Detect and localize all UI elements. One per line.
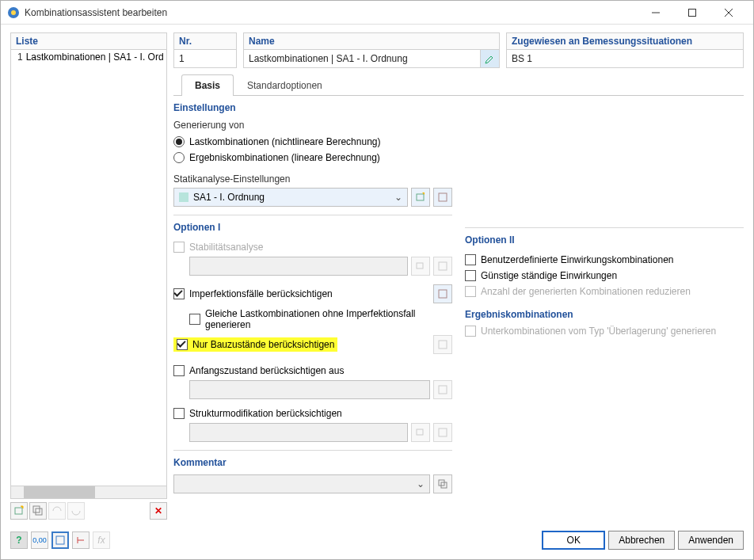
comment-detail-button[interactable] xyxy=(433,474,452,493)
bs-field-group: Zugewiesen an Bemessungssituationen BS 1 xyxy=(506,32,744,68)
subcombo-check: Unterkombinationen vom Typ 'Überlagerung… xyxy=(465,323,744,339)
list-box[interactable]: 1 Lastkombinationen | SA1 - I. Ord xyxy=(10,49,167,486)
svg-rect-17 xyxy=(439,429,447,436)
stability-edit-button xyxy=(433,257,452,276)
radio-icon xyxy=(173,136,185,147)
settings-title: Einstellungen xyxy=(173,102,452,113)
check-label: Anzahl der generierten Kombinationen red… xyxy=(481,286,691,297)
new-item-button[interactable] xyxy=(10,502,28,520)
stability-check: Stabilitätsanalyse xyxy=(173,239,452,255)
bauzustande-row: Nur Bauzustände berücksichtigen xyxy=(173,333,452,356)
svg-rect-10 xyxy=(439,193,447,201)
svg-rect-16 xyxy=(417,429,423,435)
radio-ergebniskombination[interactable]: Ergebniskombinationen (lineare Berechnun… xyxy=(173,150,452,166)
cancel-button[interactable]: Abbrechen xyxy=(608,531,675,550)
apply-button[interactable]: Anwenden xyxy=(678,531,744,550)
content-row: Einstellungen Generierung von Lastkombin… xyxy=(173,102,744,520)
ok-button[interactable]: OK xyxy=(542,531,605,550)
checkbox-icon[interactable] xyxy=(177,339,188,350)
help-button[interactable]: ? xyxy=(10,531,28,549)
name-field-group: Name Lastkombinationen | SA1 - I. Ordnun… xyxy=(243,32,500,68)
function-button[interactable]: fx xyxy=(93,531,110,549)
tab-strip: Basis Standardoptionen xyxy=(173,74,744,96)
delete-button[interactable]: ✕ xyxy=(150,502,167,520)
tab-basis[interactable]: Basis xyxy=(181,74,234,96)
combo-value: SA1 - I. Ordnung xyxy=(193,192,265,203)
scrollbar-thumb[interactable] xyxy=(24,486,95,498)
structmod-check[interactable]: Strukturmodifikation berücksichtigen xyxy=(173,406,452,421)
window-title: Kombinationsassistent bearbeiten xyxy=(25,7,638,18)
comment-combo[interactable]: ⌄ xyxy=(173,474,430,493)
bs-input[interactable]: BS 1 xyxy=(507,50,743,67)
check-label: Günstige ständige Einwirkungen xyxy=(481,270,617,281)
name-label: Name xyxy=(243,32,500,49)
bauzustande-edit-button[interactable] xyxy=(433,335,452,354)
close-button[interactable] xyxy=(710,1,747,25)
initial-check[interactable]: Anfangszustand berücksichtigen aus xyxy=(173,363,452,379)
maximize-button[interactable] xyxy=(674,1,710,25)
static-label: Statikanalyse-Einstellungen xyxy=(173,173,452,185)
units-button[interactable]: 0,00 xyxy=(31,531,48,549)
options1-group: Optionen I Stabilitätsanalyse xyxy=(173,222,452,442)
tree-button[interactable] xyxy=(72,531,89,549)
include-button[interactable] xyxy=(48,502,66,520)
bauzustande-highlight: Nur Bauzustände berücksichtigen xyxy=(173,337,337,352)
check-label: Strukturmodifikation berücksichtigen xyxy=(189,408,342,419)
same-combo-check[interactable]: Gleiche Lastkombinationen ohne Imperfekt… xyxy=(189,306,452,333)
comment-group: Kommentar ⌄ xyxy=(173,457,452,493)
left-column: Einstellungen Generierung von Lastkombin… xyxy=(173,102,452,520)
right-panel: Nr. 1 Name Lastkombinationen | SA1 - I. … xyxy=(173,32,744,520)
radio-lastkombination[interactable]: Lastkombinationen (nichtlineare Berechnu… xyxy=(173,134,452,150)
chevron-down-icon: ⌄ xyxy=(394,192,402,203)
radio-label: Lastkombinationen (nichtlineare Berechnu… xyxy=(189,136,380,147)
chevron-down-icon: ⌄ xyxy=(417,478,425,490)
svg-rect-11 xyxy=(417,263,423,269)
list-item-label: Lastkombinationen | SA1 - I. Ord xyxy=(26,51,164,63)
name-edit-button[interactable] xyxy=(480,50,499,67)
name-input[interactable]: Lastkombinationen | SA1 - I. Ordnung xyxy=(244,50,480,67)
static-combo-row: SA1 - I. Ordnung ⌄ xyxy=(173,188,452,207)
edit-icon xyxy=(485,53,496,64)
nr-input[interactable]: 1 xyxy=(174,50,236,67)
check-label: Gleiche Lastkombinationen ohne Imperfekt… xyxy=(205,308,452,330)
copy-item-button[interactable] xyxy=(29,502,47,520)
check-label: Unterkombinationen vom Typ 'Überlagerung… xyxy=(481,326,716,337)
check-label: Imperfektionsfälle berücksichtigen xyxy=(189,288,333,299)
view-button[interactable] xyxy=(51,531,69,549)
initial-edit-button xyxy=(433,380,452,399)
imperfection-edit-button[interactable] xyxy=(433,284,452,303)
structmod-combo xyxy=(189,423,408,442)
checkbox-icon xyxy=(465,270,476,281)
tab-standard[interactable]: Standardoptionen xyxy=(234,74,336,96)
comment-title: Kommentar xyxy=(173,457,452,468)
list-header: Liste xyxy=(10,32,167,49)
check-label: Anfangszustand berücksichtigen aus xyxy=(189,365,344,376)
structmod-combo-row xyxy=(189,423,452,442)
static-new-button[interactable] xyxy=(411,188,430,207)
svg-point-1 xyxy=(11,10,16,15)
options1-title: Optionen I xyxy=(173,222,452,233)
right-column: Optionen II Benutzerdefinierte Einwirkun… xyxy=(465,102,744,520)
radio-icon xyxy=(173,152,185,163)
horizontal-scrollbar[interactable] xyxy=(10,486,167,499)
checkbox-icon xyxy=(465,326,476,337)
static-analysis-combo[interactable]: SA1 - I. Ordnung ⌄ xyxy=(173,188,408,207)
favorable-check[interactable]: Günstige ständige Einwirkungen xyxy=(465,268,744,284)
result-title: Ergebniskombinationen xyxy=(465,309,744,320)
exclude-button[interactable] xyxy=(67,502,85,520)
comment-combo-row: ⌄ xyxy=(173,474,452,493)
list-item[interactable]: 1 Lastkombinationen | SA1 - I. Ord xyxy=(11,50,166,64)
titlebar: Kombinationsassistent bearbeiten xyxy=(1,1,753,25)
radio-label: Ergebniskombinationen (lineare Berechnun… xyxy=(189,152,380,163)
structmod-new-button xyxy=(411,423,430,442)
svg-rect-14 xyxy=(439,341,447,349)
check-label: Stabilitätsanalyse xyxy=(189,242,263,253)
nr-field-group: Nr. 1 xyxy=(173,32,237,68)
list-item-number: 1 xyxy=(17,51,23,63)
imperfection-check[interactable]: Imperfektionsfälle berücksichtigen xyxy=(173,282,452,306)
user-combo-check[interactable]: Benutzerdefinierte Einwirkungskombinatio… xyxy=(465,252,744,268)
svg-rect-9 xyxy=(417,194,424,200)
minimize-button[interactable] xyxy=(638,1,674,25)
static-edit-button[interactable] xyxy=(433,188,452,207)
stability-combo xyxy=(189,257,408,276)
